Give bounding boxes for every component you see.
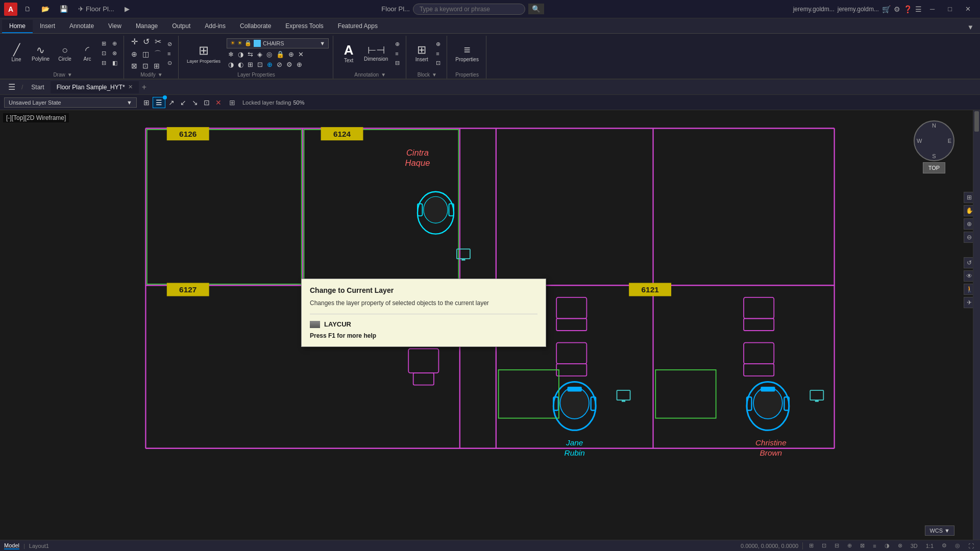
line-button[interactable]: ╱ Line <box>6 42 27 64</box>
workspace-btn[interactable]: ⚙ <box>940 542 949 549</box>
draw-tool-3[interactable]: ⊟ <box>100 59 108 67</box>
tab-manage[interactable]: Manage <box>129 20 165 33</box>
properties-button[interactable]: ≡ Properties <box>452 42 482 64</box>
draw-tool-2[interactable]: ⊡ <box>100 49 108 58</box>
layer-walkon-btn[interactable]: ⊞ <box>246 60 255 69</box>
mirror-btn[interactable]: ◫ <box>140 48 151 60</box>
scrollbar-thumb-v[interactable] <box>974 111 979 132</box>
tab-start[interactable]: Start <box>25 81 50 93</box>
text-button[interactable]: A Text <box>338 41 359 65</box>
block-tool-3[interactable]: ⊡ <box>434 59 443 67</box>
help-button[interactable]: ❓ <box>903 5 912 13</box>
block-tool-1[interactable]: ⊕ <box>434 40 443 48</box>
sel-cycling-btn[interactable]: ⊗ <box>896 542 904 549</box>
copy-btn[interactable]: ⊕ <box>129 48 139 60</box>
layer-isolate-btn[interactable]: ◎ <box>265 50 274 59</box>
layer-iso2-btn[interactable]: ◑ <box>227 60 235 69</box>
explode-btn[interactable]: ⊙ <box>165 59 174 67</box>
search-input[interactable] <box>413 4 525 15</box>
model-tab[interactable]: Model <box>4 542 19 549</box>
lineweight-btn[interactable]: ≡ <box>871 543 878 549</box>
tab-home[interactable]: Home <box>2 20 33 33</box>
menu-button[interactable]: ☰ <box>915 5 922 13</box>
insert-button[interactable]: ⊞ Insert <box>411 42 432 64</box>
lt-btn-2[interactable]: ☰ <box>153 97 165 108</box>
anno-tool-1[interactable]: ⊕ <box>393 40 402 48</box>
lt-btn-4[interactable]: ↙ <box>178 97 189 108</box>
layer-state-dropdown[interactable]: Unsaved Layer State ▼ <box>4 97 137 108</box>
cart-button[interactable]: 🛒 <box>882 5 891 13</box>
ribbon-overflow-btn[interactable]: ▼ <box>963 21 978 33</box>
lt-btn-6[interactable]: ⊡ <box>201 97 212 108</box>
erase-btn[interactable]: ⊘ <box>165 40 174 48</box>
isolate-btn[interactable]: ◎ <box>953 542 962 549</box>
draw-tool-4[interactable]: ⊕ <box>110 39 119 48</box>
tab-featured[interactable]: Featured Apps <box>331 20 385 33</box>
close-button[interactable]: ✕ <box>960 3 976 15</box>
new-tab-button[interactable]: + <box>139 83 150 92</box>
nav-top-btn[interactable]: TOP <box>923 162 945 173</box>
annotation-scale-btn[interactable]: 1:1 <box>924 543 936 549</box>
circle-button[interactable]: ○ Circle <box>55 43 75 64</box>
block-tool-2[interactable]: ≡ <box>434 49 443 58</box>
layer-freeze-btn[interactable]: ❄ <box>227 50 235 59</box>
layer-lock-btn[interactable]: 🔒 <box>275 50 286 59</box>
minimize-button[interactable]: ─ <box>925 3 940 15</box>
block-dropdown-icon[interactable]: ▼ <box>432 72 437 78</box>
lt-btn-1[interactable]: ⊞ <box>141 97 152 108</box>
draw-tool-5[interactable]: ⊗ <box>110 49 119 58</box>
ortho-btn[interactable]: ⊟ <box>832 542 841 549</box>
transparency-btn[interactable]: ◑ <box>883 542 892 549</box>
lt-btn-close[interactable]: ✕ <box>213 97 224 108</box>
modify-dropdown-icon[interactable]: ▼ <box>158 72 163 78</box>
array-btn[interactable]: ⊞ <box>152 61 162 71</box>
fullscreen-btn[interactable]: ⛶ <box>966 543 976 549</box>
layer-transfer-btn[interactable]: ⇆ <box>246 50 255 59</box>
draw-dropdown-icon[interactable]: ▼ <box>67 72 72 78</box>
tab-close-icon[interactable]: ✕ <box>128 84 133 90</box>
layer-more-btn[interactable]: ⊕ <box>295 60 304 69</box>
fillet-btn[interactable]: ⌒ <box>152 48 163 60</box>
layer-delete-btn[interactable]: ✕ <box>297 50 305 59</box>
layer-properties-button[interactable]: ⊞ Layer Properties <box>184 41 224 66</box>
layer-unisolate-btn[interactable]: ◐ <box>236 60 245 69</box>
offset-btn[interactable]: ≡ <box>165 49 174 58</box>
maximize-button[interactable]: □ <box>943 3 957 15</box>
tab-floor-plan[interactable]: Floor Plan Sample_HYT* ✕ <box>51 81 139 93</box>
3d-btn[interactable]: 3D <box>909 543 920 549</box>
anno-tool-2[interactable]: ≡ <box>393 49 402 58</box>
search-button[interactable]: 🔍 <box>528 4 544 14</box>
anno-tool-3[interactable]: ⊟ <box>393 59 402 67</box>
settings-button[interactable]: ⚙ <box>894 5 900 13</box>
quick-access-new[interactable]: 🗋 <box>21 4 34 14</box>
layer-current-btn[interactable]: ⊕ <box>265 60 274 69</box>
canvas[interactable]: [-][Top][2D Wireframe] <box>0 110 980 551</box>
dimension-button[interactable]: ⊢⊣ Dimension <box>361 43 391 64</box>
quick-access-save[interactable]: 💾 <box>57 4 71 14</box>
tab-output[interactable]: Output <box>165 20 198 33</box>
scale-btn[interactable]: ⊡ <box>140 61 151 71</box>
rotate-btn[interactable]: ↺ <box>141 36 152 47</box>
tab-insert[interactable]: Insert <box>33 20 62 33</box>
quick-access-open[interactable]: 📂 <box>38 4 53 14</box>
grid-btn[interactable]: ⊡ <box>820 542 828 549</box>
draw-tool-6[interactable]: ◧ <box>110 59 119 67</box>
quick-access-forward[interactable]: ▶ <box>121 4 133 14</box>
arc-button[interactable]: ◜ Arc <box>77 43 97 64</box>
wcs-button[interactable]: WCS ▼ <box>925 525 954 536</box>
icon-btn-small[interactable]: ⊞ <box>228 97 236 108</box>
draw-tool-1[interactable]: ⊞ <box>100 39 108 48</box>
layer-match-btn[interactable]: ◈ <box>256 50 264 59</box>
quick-access-share[interactable]: ✈ Floor Pl... <box>75 4 117 14</box>
menu-toggle-btn[interactable]: ☰ <box>4 80 19 94</box>
layout1-tab[interactable]: Layout1 <box>29 543 49 549</box>
vertical-scrollbar[interactable] <box>973 110 980 540</box>
layer-merge-btn[interactable]: ⊕ <box>287 50 296 59</box>
layer-settings-btn[interactable]: ⚙ <box>285 60 294 69</box>
tab-annotate[interactable]: Annotate <box>62 20 101 33</box>
layer-dropdown[interactable]: ☀ ☀ 🔒 CHAIRS ▼ <box>227 38 329 48</box>
layer-prev-btn[interactable]: ⊘ <box>275 60 284 69</box>
lt-btn-5[interactable]: ↘ <box>189 97 201 108</box>
snap-btn[interactable]: ⊞ <box>807 542 816 549</box>
tab-addins[interactable]: Add-ins <box>198 20 233 33</box>
